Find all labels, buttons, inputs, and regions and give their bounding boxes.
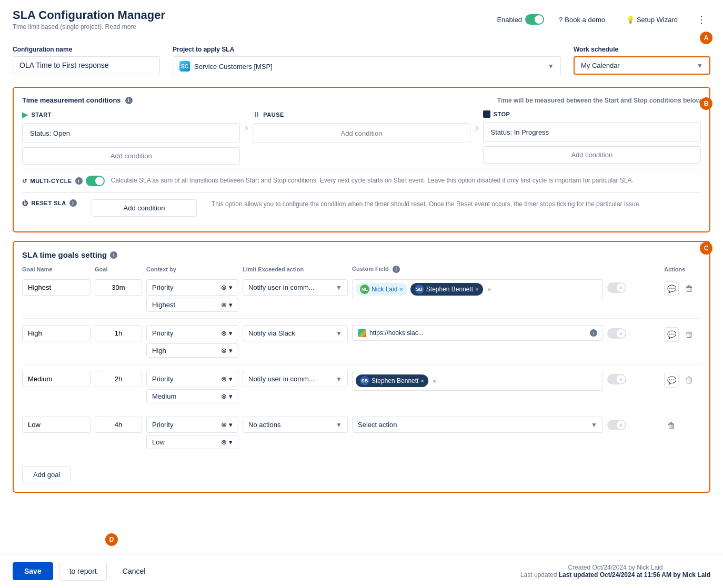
- time-measurement-section: Time measurement conditions i Time will …: [13, 87, 710, 232]
- actions-col-high: 💬 🗑: [664, 325, 701, 342]
- custom-field-info-icon[interactable]: i: [393, 266, 400, 273]
- goal-time-col-high: [95, 325, 142, 341]
- col-header-limit-exceeded: Limit Exceeded action: [243, 266, 348, 272]
- limit-col-high: Notify via Slack ▼: [243, 325, 348, 341]
- reset-sla-desc: This option allows you to configure the …: [212, 199, 641, 209]
- goal-name-col-highest: [22, 279, 91, 296]
- step-c-label: C: [700, 242, 712, 255]
- actions-col-highest: 💬 🗑: [664, 279, 701, 296]
- close-tags-button[interactable]: ×: [487, 286, 491, 293]
- col-header-context-by: Context by: [146, 266, 238, 272]
- stop-header: STOP: [483, 110, 701, 118]
- close-tags-medium-button[interactable]: ×: [433, 377, 437, 385]
- report-button[interactable]: to report: [59, 562, 107, 581]
- chevron-down-icon: ▼: [591, 421, 597, 429]
- cancel-button[interactable]: Cancel: [113, 562, 155, 580]
- custom-field-col-high: https://hooks.slac... i: [352, 325, 603, 341]
- stop-icon: [483, 110, 490, 118]
- goal-name-input-high[interactable]: [22, 325, 91, 341]
- goal-row-medium: Priority ⊗ ▾ Medium ⊗ ▾ Notify user in c…: [22, 371, 701, 410]
- page-title: SLA Configuration Manager: [13, 8, 165, 22]
- work-schedule-label: Work schedule: [574, 46, 710, 53]
- limit-select-highest[interactable]: Notify user in comm... ▼: [243, 279, 348, 296]
- start-condition-chip: Status: Open: [22, 123, 240, 143]
- goal-time-col-medium: [95, 371, 142, 387]
- context-select-high[interactable]: Priority ⊗ ▾: [146, 325, 238, 341]
- goal-time-input-highest[interactable]: [95, 279, 142, 296]
- goal-row-high: Priority ⊗ ▾ High ⊗ ▾ Notify via Slack ▼: [22, 325, 701, 364]
- pause-condition-col: ⏸ PAUSE Add condition: [253, 110, 470, 143]
- limit-select-low[interactable]: No actions ▼: [243, 417, 348, 433]
- project-label: Project to apply SLA: [173, 46, 561, 53]
- add-goal-button[interactable]: Add goal: [22, 466, 71, 483]
- limit-select-high[interactable]: Notify via Slack ▼: [243, 325, 348, 341]
- goal-name-input-medium[interactable]: [22, 371, 91, 387]
- help-button[interactable]: ? Book a demo: [553, 13, 611, 27]
- multi-cycle-toggle[interactable]: [86, 176, 105, 186]
- more-options-button[interactable]: ⋮: [692, 11, 710, 28]
- goal-time-col-highest: [95, 279, 142, 296]
- project-select[interactable]: SC Service Customers [MSP] ▼: [173, 56, 561, 76]
- context-select-medium[interactable]: Priority ⊗ ▾: [146, 371, 238, 387]
- updated-info: Last updated Last updated Oct/24/2024 at…: [520, 571, 710, 579]
- work-schedule-select[interactable]: My Calendar ▼: [574, 56, 710, 75]
- user-tags-highest: NL Nick Laid × SB Stephen Bennett × ×: [352, 279, 603, 299]
- custom-field-col-low: Select action ▼: [352, 417, 603, 433]
- delete-button-high[interactable]: 🗑: [682, 327, 697, 342]
- goal-name-input-highest[interactable]: [22, 279, 91, 296]
- goal-name-col-high: [22, 325, 91, 341]
- context-col-high: Priority ⊗ ▾ High ⊗ ▾: [146, 325, 238, 358]
- app-header: SLA Configuration Manager Time limit bas…: [0, 0, 723, 35]
- multi-cycle-info-icon[interactable]: i: [75, 177, 83, 185]
- custom-field-toggle-low[interactable]: [607, 420, 626, 430]
- remove-nl-button[interactable]: ×: [399, 286, 403, 292]
- step-b-label: B: [700, 97, 712, 110]
- delete-button-medium[interactable]: 🗑: [682, 373, 697, 388]
- select-action-low[interactable]: Select action ▼: [352, 417, 603, 433]
- reset-sla-info-icon[interactable]: i: [69, 199, 77, 207]
- custom-field-col-highest: NL Nick Laid × SB Stephen Bennett × ×: [352, 279, 603, 299]
- remove-sb-medium-button[interactable]: ×: [420, 378, 424, 384]
- chevron-down-icon: ▼: [336, 421, 342, 429]
- stop-add-condition-button[interactable]: Add condition: [483, 146, 701, 164]
- reset-sla-add-button[interactable]: Add condition: [92, 199, 197, 217]
- goals-info-icon[interactable]: i: [110, 251, 117, 259]
- book-demo-label: Book a demo: [565, 16, 605, 24]
- delete-button-highest[interactable]: 🗑: [682, 281, 697, 296]
- goal-name-input-low[interactable]: [22, 417, 91, 433]
- goal-time-col-low: [95, 417, 142, 433]
- start-add-condition-button[interactable]: Add condition: [22, 147, 240, 165]
- start-header: ▶ START: [22, 110, 240, 119]
- custom-field-toggle-high[interactable]: [607, 328, 626, 339]
- page-footer: Save to report Cancel Created Oct/24/202…: [0, 554, 723, 588]
- comment-button-high[interactable]: 💬: [664, 327, 679, 342]
- stop-condition-col: STOP Status: In Progress Add condition: [483, 110, 701, 164]
- setup-wizard-button[interactable]: 💡 Setup Wizard: [620, 13, 684, 27]
- enabled-toggle[interactable]: [525, 14, 544, 25]
- info-icon[interactable]: i: [125, 97, 133, 104]
- slack-url-field[interactable]: https://hooks.slac... i: [352, 325, 603, 341]
- save-button[interactable]: Save: [13, 562, 53, 580]
- context-select-low[interactable]: Priority ⊗ ▾: [146, 417, 238, 433]
- avatar-sb-medium: SB: [360, 376, 369, 386]
- start-pause-arrow: ›: [240, 110, 252, 135]
- slack-info-icon[interactable]: i: [590, 329, 597, 337]
- pause-stop-arrow: ›: [470, 110, 483, 135]
- goal-time-input-low[interactable]: [95, 417, 142, 433]
- comment-button-medium[interactable]: 💬: [664, 373, 679, 388]
- custom-field-toggle-highest[interactable]: [607, 282, 626, 293]
- custom-field-toggle-medium[interactable]: [607, 374, 626, 384]
- goal-time-input-medium[interactable]: [95, 371, 142, 387]
- comment-button-highest[interactable]: 💬: [664, 281, 679, 296]
- context-select-highest[interactable]: Priority ⊗ ▾: [146, 279, 238, 296]
- custom-toggle-col-high: [607, 325, 660, 339]
- limit-select-medium[interactable]: Notify user in comm... ▼: [243, 371, 348, 387]
- step-a-label: A: [700, 32, 712, 44]
- remove-sb-button[interactable]: ×: [475, 286, 478, 292]
- config-name-label: Configuration name: [13, 46, 160, 53]
- goal-time-input-high[interactable]: [95, 325, 142, 341]
- delete-button-low[interactable]: 🗑: [664, 419, 679, 433]
- slack-icon: [358, 329, 366, 337]
- config-name-input[interactable]: [13, 56, 160, 74]
- pause-add-condition-button[interactable]: Add condition: [253, 123, 470, 143]
